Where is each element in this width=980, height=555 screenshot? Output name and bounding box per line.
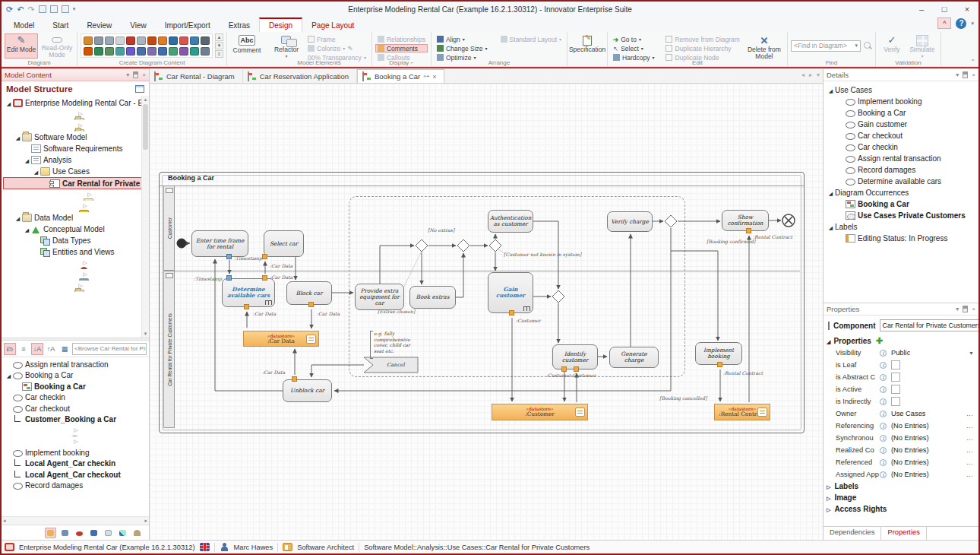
activity-book-extras[interactable]: Book extras [409, 286, 456, 309]
list-view-icon[interactable]: ≡ [17, 343, 30, 355]
details-item[interactable]: Gain customer [827, 119, 978, 130]
tree-expander-icon[interactable] [14, 214, 22, 222]
dropdown-icon[interactable]: ▼ [969, 350, 974, 356]
create-content-icon[interactable] [147, 36, 156, 45]
duplicate-hierarchy-button[interactable]: Duplicate Hierarchy [663, 44, 742, 52]
activity-select-car[interactable]: Select car [264, 230, 304, 257]
ribbon-collapse-icon[interactable]: ⌃ [970, 59, 975, 65]
activity-show-confirmation[interactable]: Show confirmation [722, 210, 769, 231]
language-flag-icon[interactable] [200, 543, 210, 551]
close-button[interactable]: × [956, 2, 978, 17]
pin-icon[interactable] [133, 71, 138, 78]
collapsed-section[interactable]: Access Rights [824, 503, 978, 515]
collapse-ribbon-icon[interactable]: ^ [937, 17, 951, 29]
tree-item[interactable]: Enterprise Modeling Rental Car - Example… [3, 97, 149, 109]
create-content-icon[interactable] [105, 47, 114, 56]
list-item[interactable]: Booking a Car [3, 381, 149, 392]
datastore-customer[interactable]: «datastore»:Customer [492, 404, 588, 420]
tab-scroll-right-icon[interactable]: ▸ [809, 71, 812, 78]
more-button[interactable]: … [966, 446, 974, 454]
verify-button[interactable]: ✓Verify [879, 33, 905, 59]
pin-car-data[interactable] [262, 275, 267, 281]
list-item[interactable]: Car checkout [3, 403, 149, 414]
list-expander-icon[interactable] [5, 371, 13, 379]
create-content-icon[interactable] [115, 36, 125, 45]
create-content-icon[interactable] [94, 36, 103, 45]
tree-item[interactable]: Java Design [3, 201, 149, 212]
more-button[interactable]: … [966, 434, 974, 442]
relationships-button[interactable]: Relationships [375, 35, 428, 43]
activity-determine-available-cars[interactable]: Determine available cars [222, 278, 275, 307]
sort-ascending-icon[interactable]: ↑A [45, 343, 57, 355]
panel-close-icon[interactable]: × [972, 306, 975, 312]
create-content-icon[interactable] [169, 36, 178, 45]
create-content-icon[interactable] [126, 47, 135, 56]
property-row[interactable]: is Leaf i ▼ … [824, 359, 978, 371]
details-occurrence-item[interactable]: Use Cases Private Customers [827, 210, 978, 221]
element-name-field[interactable]: Car Rental for Private Customers [880, 319, 978, 331]
info-icon[interactable]: i [880, 471, 887, 478]
tab-extras[interactable]: Extras [220, 19, 259, 32]
details-item[interactable]: Car checkout [827, 130, 978, 141]
create-content-icon[interactable] [137, 47, 146, 56]
frame-checkbox[interactable]: Frame [305, 35, 368, 43]
pin-customer[interactable] [574, 366, 579, 372]
colorize-button[interactable]: Colorize▾✎ [305, 44, 368, 52]
checkbox[interactable] [891, 373, 900, 382]
activity-generate-charge[interactable]: Generate charge [609, 347, 659, 368]
simulate-dropdown[interactable]: Simulate▾ [907, 33, 937, 59]
list-item[interactable]: Local Agent_Car checkout [3, 469, 149, 480]
remove-from-diagram-button[interactable]: Remove from Diagram [663, 35, 742, 43]
end-node[interactable] [782, 214, 795, 227]
info-icon[interactable]: i [880, 386, 887, 393]
checkbox[interactable] [891, 397, 900, 406]
create-content-icon[interactable] [158, 47, 167, 56]
details-label-item[interactable]: Editing Status: In Progress [827, 233, 978, 244]
gateway-customer-known[interactable] [489, 239, 501, 252]
more-button[interactable]: … [966, 458, 974, 466]
property-row[interactable]: is Abstract C i ▼ … [824, 371, 978, 383]
tab-properties[interactable]: Properties [880, 526, 926, 540]
tree-item[interactable]: System Structure [3, 189, 149, 201]
tree-expander-icon[interactable] [86, 189, 94, 198]
info-icon[interactable]: i [880, 374, 887, 381]
add-property-icon[interactable]: ✚ [876, 336, 883, 346]
list-item[interactable]: Determine available cars [3, 425, 149, 436]
details-item[interactable]: Car checkin [827, 141, 978, 153]
panel-menu-icon[interactable]: ▾ [956, 306, 959, 312]
align-dropdown[interactable]: Align▾ [435, 35, 490, 43]
gateway-after-auth[interactable] [552, 290, 564, 303]
list-item[interactable]: Customer_Booking a Car [3, 414, 149, 426]
help-dropdown-icon[interactable]: ▾ [971, 21, 974, 27]
property-row[interactable]: Assigned App i (No Entries) ▼ … [824, 468, 978, 480]
tab-page-layout[interactable]: Page Layout [302, 19, 363, 32]
activity-verify-charge[interactable]: Verify charge [607, 211, 653, 232]
browse-select[interactable]: <Browse Car Rental for Private Cust▾ [72, 343, 147, 355]
list-item[interactable]: Record damages [3, 480, 149, 492]
tree-item[interactable]: Conceptual Model [3, 224, 149, 235]
details-occurrence-item[interactable]: Booking a Car [827, 198, 978, 210]
collapsed-section[interactable]: Image [824, 492, 978, 503]
list-expander-icon[interactable] [72, 425, 81, 433]
info-icon[interactable]: i [880, 423, 887, 430]
info-icon[interactable]: i [880, 435, 887, 442]
refactor-button[interactable]: Refactor▾ [270, 33, 303, 59]
tree-scrollbar[interactable]: ▲▼ [141, 96, 149, 338]
tab-scroll-left-icon[interactable]: ◂ [801, 71, 805, 78]
datastore-rental-contract[interactable]: «datastore»:Rental Contract [714, 404, 770, 420]
change-size-dropdown[interactable]: Change Size▾ [435, 44, 490, 52]
properties-section[interactable]: Properties✚ [824, 335, 978, 347]
pin-rental-contract[interactable] [746, 228, 751, 233]
pin-icon[interactable] [963, 71, 968, 78]
gateway-extras-split[interactable] [416, 239, 428, 252]
goto-dropdown[interactable]: ➔Go to▾ [611, 35, 656, 43]
start-node[interactable] [177, 239, 186, 248]
tab-import-export[interactable]: Import/Export [156, 19, 220, 32]
tab-list-icon[interactable]: ▾ [817, 71, 820, 78]
tab-design[interactable]: Design [259, 17, 302, 32]
property-row[interactable]: Referencing i (No Entries) ▼ … [824, 420, 978, 432]
comment-button[interactable]: AbcComment [230, 33, 264, 59]
panel-close-icon[interactable]: × [972, 71, 975, 78]
property-row[interactable]: Realized Co i (No Entries) ▼ … [824, 444, 978, 456]
activity-authentication[interactable]: Authentication as customer [488, 210, 533, 233]
